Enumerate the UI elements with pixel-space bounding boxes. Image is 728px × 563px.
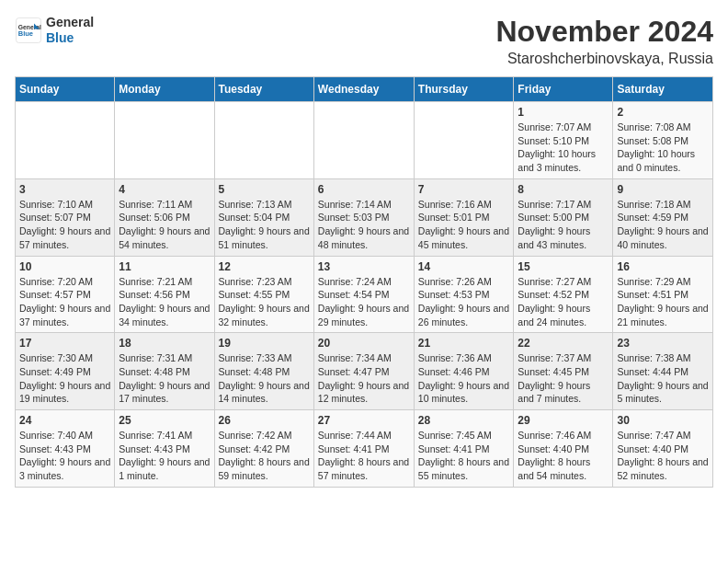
calendar-cell: 19Sunrise: 7:33 AMSunset: 4:48 PMDayligh… — [214, 333, 313, 410]
day-number: 20 — [318, 337, 410, 350]
calendar-cell: 10Sunrise: 7:20 AMSunset: 4:57 PMDayligh… — [16, 256, 115, 333]
weekday-tuesday: Tuesday — [214, 77, 313, 102]
calendar-cell: 22Sunrise: 7:37 AMSunset: 4:45 PMDayligh… — [514, 333, 613, 410]
day-info: Sunrise: 7:47 AMSunset: 4:40 PMDaylight:… — [617, 429, 709, 483]
calendar-cell: 27Sunrise: 7:44 AMSunset: 4:41 PMDayligh… — [313, 410, 414, 488]
day-info: Sunrise: 7:33 AMSunset: 4:48 PMDaylight:… — [219, 351, 310, 406]
calendar-cell: 17Sunrise: 7:30 AMSunset: 4:49 PMDayligh… — [16, 333, 115, 410]
logo-icon: General Blue — [15, 17, 42, 44]
calendar-cell: 28Sunrise: 7:45 AMSunset: 4:41 PMDayligh… — [414, 410, 514, 488]
day-info: Sunrise: 7:20 AMSunset: 4:57 PMDaylight:… — [19, 275, 110, 329]
day-info: Sunrise: 7:27 AMSunset: 4:52 PMDaylight:… — [518, 275, 609, 329]
calendar-cell — [214, 102, 313, 179]
weekday-row: SundayMondayTuesdayWednesdayThursdayFrid… — [16, 77, 713, 102]
weekday-thursday: Thursday — [414, 77, 514, 102]
day-number: 5 — [219, 183, 310, 196]
calendar-header: SundayMondayTuesdayWednesdayThursdayFrid… — [16, 77, 713, 102]
calendar-cell: 1Sunrise: 7:07 AMSunset: 5:10 PMDaylight… — [514, 102, 613, 179]
calendar-cell: 24Sunrise: 7:40 AMSunset: 4:43 PMDayligh… — [16, 410, 115, 488]
weekday-monday: Monday — [115, 77, 214, 102]
day-info: Sunrise: 7:16 AMSunset: 5:01 PMDaylight:… — [418, 198, 510, 252]
day-info: Sunrise: 7:31 AMSunset: 4:48 PMDaylight:… — [119, 351, 210, 406]
day-number: 4 — [119, 183, 210, 196]
day-info: Sunrise: 7:26 AMSunset: 4:53 PMDaylight:… — [418, 275, 510, 329]
calendar-cell: 14Sunrise: 7:26 AMSunset: 4:53 PMDayligh… — [414, 256, 514, 333]
day-number: 2 — [617, 106, 709, 119]
logo-blue: Blue — [46, 30, 74, 45]
location-title: Staroshcherbinovskaya, Russia — [495, 51, 713, 67]
day-number: 7 — [418, 183, 510, 196]
week-row-1: 1Sunrise: 7:07 AMSunset: 5:10 PMDaylight… — [16, 102, 713, 179]
day-info: Sunrise: 7:07 AMSunset: 5:10 PMDaylight:… — [518, 121, 609, 175]
day-info: Sunrise: 7:11 AMSunset: 5:06 PMDaylight:… — [119, 198, 210, 252]
day-number: 30 — [617, 414, 709, 427]
calendar-cell: 18Sunrise: 7:31 AMSunset: 4:48 PMDayligh… — [115, 333, 214, 410]
week-row-5: 24Sunrise: 7:40 AMSunset: 4:43 PMDayligh… — [16, 410, 713, 488]
calendar-cell: 13Sunrise: 7:24 AMSunset: 4:54 PMDayligh… — [313, 256, 414, 333]
calendar-cell: 7Sunrise: 7:16 AMSunset: 5:01 PMDaylight… — [414, 178, 514, 256]
day-info: Sunrise: 7:34 AMSunset: 4:47 PMDaylight:… — [318, 351, 410, 406]
day-info: Sunrise: 7:14 AMSunset: 5:03 PMDaylight:… — [318, 198, 410, 252]
month-title: November 2024 — [495, 15, 713, 49]
weekday-wednesday: Wednesday — [313, 77, 414, 102]
calendar-cell: 26Sunrise: 7:42 AMSunset: 4:42 PMDayligh… — [214, 410, 313, 488]
logo-text: General Blue — [46, 15, 94, 46]
day-number: 24 — [19, 414, 110, 427]
day-number: 13 — [318, 260, 410, 273]
day-number: 10 — [19, 260, 110, 273]
day-number: 8 — [518, 183, 609, 196]
day-info: Sunrise: 7:08 AMSunset: 5:08 PMDaylight:… — [617, 121, 709, 175]
calendar-cell — [115, 102, 214, 179]
logo-general: General — [46, 15, 94, 29]
calendar-cell: 2Sunrise: 7:08 AMSunset: 5:08 PMDaylight… — [613, 102, 713, 179]
day-number: 15 — [518, 260, 609, 273]
calendar-cell — [414, 102, 514, 179]
day-info: Sunrise: 7:23 AMSunset: 4:55 PMDaylight:… — [219, 275, 310, 329]
calendar-cell: 20Sunrise: 7:34 AMSunset: 4:47 PMDayligh… — [313, 333, 414, 410]
day-number: 21 — [418, 337, 510, 350]
day-info: Sunrise: 7:10 AMSunset: 5:07 PMDaylight:… — [19, 198, 110, 252]
calendar-cell: 29Sunrise: 7:46 AMSunset: 4:40 PMDayligh… — [514, 410, 613, 488]
calendar-table: SundayMondayTuesdayWednesdayThursdayFrid… — [15, 76, 713, 488]
calendar-cell: 9Sunrise: 7:18 AMSunset: 4:59 PMDaylight… — [613, 178, 713, 256]
day-info: Sunrise: 7:42 AMSunset: 4:42 PMDaylight:… — [219, 429, 310, 483]
calendar-cell: 8Sunrise: 7:17 AMSunset: 5:00 PMDaylight… — [514, 178, 613, 256]
header: General Blue General Blue November 2024 … — [15, 15, 713, 67]
day-number: 25 — [119, 414, 210, 427]
day-number: 3 — [19, 183, 110, 196]
day-info: Sunrise: 7:40 AMSunset: 4:43 PMDaylight:… — [19, 429, 110, 483]
weekday-sunday: Sunday — [16, 77, 115, 102]
day-number: 22 — [518, 337, 609, 350]
svg-text:Blue: Blue — [18, 29, 33, 38]
day-info: Sunrise: 7:24 AMSunset: 4:54 PMDaylight:… — [318, 275, 410, 329]
calendar-cell: 3Sunrise: 7:10 AMSunset: 5:07 PMDaylight… — [16, 178, 115, 256]
day-number: 6 — [318, 183, 410, 196]
day-number: 23 — [617, 337, 709, 350]
day-number: 29 — [518, 414, 609, 427]
weekday-friday: Friday — [514, 77, 613, 102]
week-row-3: 10Sunrise: 7:20 AMSunset: 4:57 PMDayligh… — [16, 256, 713, 333]
day-info: Sunrise: 7:30 AMSunset: 4:49 PMDaylight:… — [19, 351, 110, 406]
calendar-cell: 12Sunrise: 7:23 AMSunset: 4:55 PMDayligh… — [214, 256, 313, 333]
day-number: 17 — [19, 337, 110, 350]
calendar-cell: 4Sunrise: 7:11 AMSunset: 5:06 PMDaylight… — [115, 178, 214, 256]
day-number: 18 — [119, 337, 210, 350]
calendar-cell: 11Sunrise: 7:21 AMSunset: 4:56 PMDayligh… — [115, 256, 214, 333]
calendar-cell — [313, 102, 414, 179]
day-number: 9 — [617, 183, 709, 196]
calendar-cell: 6Sunrise: 7:14 AMSunset: 5:03 PMDaylight… — [313, 178, 414, 256]
day-number: 12 — [219, 260, 310, 273]
day-info: Sunrise: 7:21 AMSunset: 4:56 PMDaylight:… — [119, 275, 210, 329]
day-info: Sunrise: 7:41 AMSunset: 4:43 PMDaylight:… — [119, 429, 210, 483]
calendar-cell: 23Sunrise: 7:38 AMSunset: 4:44 PMDayligh… — [613, 333, 713, 410]
day-number: 27 — [318, 414, 410, 427]
weekday-saturday: Saturday — [613, 77, 713, 102]
week-row-2: 3Sunrise: 7:10 AMSunset: 5:07 PMDaylight… — [16, 178, 713, 256]
day-info: Sunrise: 7:13 AMSunset: 5:04 PMDaylight:… — [219, 198, 310, 252]
title-section: November 2024 Staroshcherbinovskaya, Rus… — [495, 15, 713, 67]
calendar-cell — [16, 102, 115, 179]
day-info: Sunrise: 7:18 AMSunset: 4:59 PMDaylight:… — [617, 198, 709, 252]
day-number: 16 — [617, 260, 709, 273]
day-info: Sunrise: 7:37 AMSunset: 4:45 PMDaylight:… — [518, 351, 609, 406]
day-number: 11 — [119, 260, 210, 273]
